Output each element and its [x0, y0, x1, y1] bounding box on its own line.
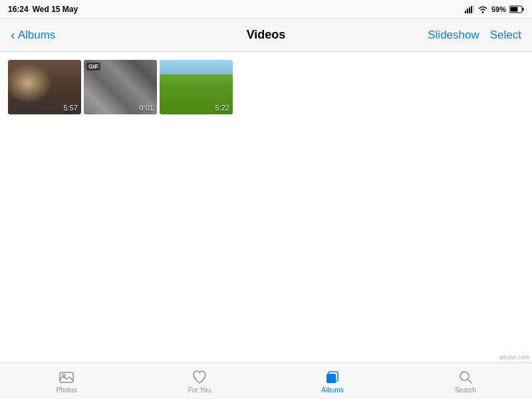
svg-rect-6 [523, 7, 524, 11]
albums-icon [325, 369, 340, 385]
slideshow-button[interactable]: Slideshow [428, 29, 479, 42]
video-item-1[interactable]: 5:57 [8, 60, 81, 114]
status-right: 59% [465, 5, 524, 13]
tab-photos[interactable]: Photos [0, 369, 133, 394]
back-label: Albums [18, 29, 56, 42]
tab-for-you[interactable]: For You [133, 369, 266, 394]
svg-line-13 [468, 379, 472, 383]
svg-rect-3 [471, 6, 472, 13]
select-button[interactable]: Select [490, 29, 521, 42]
svg-rect-7 [511, 7, 518, 11]
gif-badge: GIF [86, 63, 100, 70]
back-button[interactable]: ‹ Albums [11, 29, 55, 42]
watermark: wsxbn.com [499, 354, 529, 360]
tab-search-label: Search [455, 386, 476, 394]
svg-rect-2 [469, 7, 470, 13]
content-area: 5:57 GIF 0:01 5:22 [0, 52, 532, 362]
status-left: 16:24 Wed 15 May [8, 5, 78, 14]
back-chevron-icon: ‹ [11, 28, 15, 41]
signal-icon [465, 5, 474, 13]
status-time: 16:24 [8, 5, 29, 14]
status-bar: 16:24 Wed 15 May 59% [0, 0, 532, 19]
search-icon [458, 369, 473, 385]
video-item-2[interactable]: GIF 0:01 [84, 60, 157, 114]
for-you-icon [192, 369, 207, 385]
svg-rect-0 [465, 11, 466, 13]
battery-percentage: 59% [491, 5, 506, 13]
svg-rect-10 [327, 374, 336, 383]
tab-albums[interactable]: Albums [266, 369, 399, 394]
svg-rect-4 [473, 5, 474, 13]
video-duration-1: 5:57 [64, 104, 78, 112]
video-duration-3: 5:22 [215, 104, 229, 112]
nav-actions: Slideshow Select [428, 29, 521, 42]
video-item-3[interactable]: 5:22 [160, 60, 233, 114]
svg-rect-1 [467, 9, 468, 13]
tab-for-you-label: For You [188, 386, 211, 394]
nav-bar: ‹ Albums Videos Slideshow Select [0, 19, 532, 52]
photos-icon [59, 369, 74, 385]
tab-photos-label: Photos [56, 386, 76, 394]
tab-albums-label: Albums [321, 386, 343, 394]
page-title: Videos [247, 28, 286, 42]
video-duration-2: 0:01 [140, 104, 154, 112]
tab-search[interactable]: Search [399, 369, 532, 394]
wifi-icon [477, 5, 488, 13]
tab-bar: Photos For You Albums Search [0, 362, 532, 399]
status-date: Wed 15 May [33, 5, 78, 14]
video-grid: 5:57 GIF 0:01 5:22 [8, 60, 524, 114]
battery-icon [509, 5, 524, 13]
